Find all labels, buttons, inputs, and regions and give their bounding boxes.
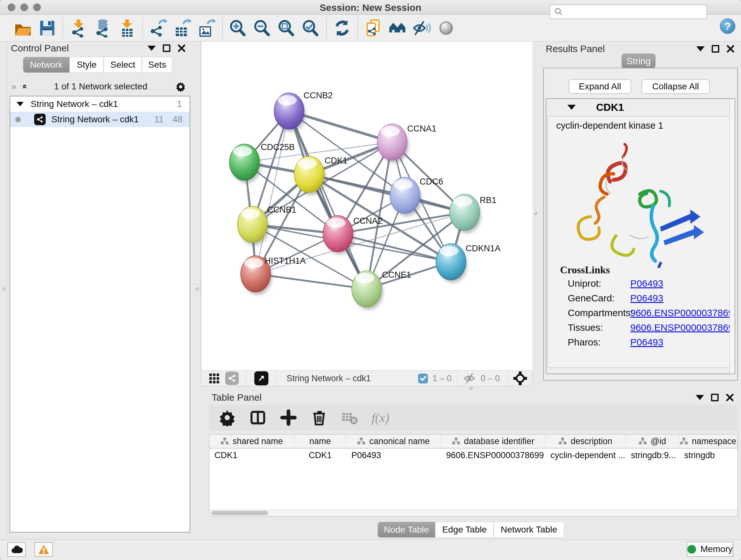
crosslink-link[interactable]: 9606.ENSP00000378699 [630, 322, 733, 333]
panel-menu-icon[interactable] [696, 395, 704, 400]
tab-string[interactable]: String [622, 54, 656, 68]
network-state-dot-icon [15, 117, 21, 122]
network-node[interactable]: CDK1 [294, 156, 347, 195]
zoom-selected-icon[interactable] [299, 17, 323, 39]
import-table-icon[interactable] [115, 17, 139, 39]
tab-style[interactable]: Style [70, 57, 104, 73]
function-builder-icon[interactable]: f(x) [370, 407, 391, 428]
collection-caret-icon[interactable] [17, 102, 23, 106]
control-splitter-handle[interactable] [194, 285, 200, 292]
show-all-icon[interactable] [434, 17, 458, 39]
tab-network-table[interactable]: Network Table [494, 522, 564, 538]
zoom-out-icon[interactable] [250, 17, 274, 39]
selected-nodes-checkbox-icon[interactable] [418, 374, 428, 383]
export-table-icon[interactable] [171, 17, 195, 39]
float-panel-icon[interactable] [163, 44, 171, 52]
save-session-icon[interactable] [35, 17, 59, 39]
export-network-icon[interactable] [146, 17, 171, 39]
tab-edge-table[interactable]: Edge Table [435, 522, 494, 538]
left-splitter-handle[interactable] [0, 285, 7, 292]
results-splitter-handle[interactable] [532, 210, 538, 216]
crosslink-link[interactable]: P06493 [630, 337, 663, 348]
network-node[interactable]: HIST1H1A [241, 256, 306, 295]
crosslink-link[interactable]: P06493 [630, 278, 663, 289]
table-hscrollbar[interactable] [209, 509, 738, 516]
birds-eye-grid-icon[interactable] [208, 372, 220, 384]
zoom-fit-icon[interactable] [274, 17, 299, 39]
network-row-selected[interactable]: String Network – cdk1 11 48 [10, 112, 190, 127]
crosslink-link[interactable]: P06493 [630, 293, 663, 304]
column-header--id[interactable]: @id [626, 435, 679, 448]
network-node[interactable]: CDC6 [390, 177, 443, 216]
status-bar: Memory [0, 540, 741, 560]
network-edge[interactable] [256, 274, 367, 289]
network-view-canvas[interactable]: CCNB2CCNA1CDC25BCDK1CDC6RB1CCNB1CCNA2CDK… [201, 42, 532, 370]
search-box[interactable] [549, 4, 707, 19]
table-options-gear-icon[interactable] [217, 407, 238, 428]
network-node[interactable]: CCNB1 [238, 205, 296, 246]
column-header-shared-name[interactable]: shared name [209, 435, 294, 448]
import-network-database-icon[interactable] [91, 17, 115, 39]
control-panel: Control Panel NetworkStyleSelectSets » »… [7, 42, 194, 539]
delete-column-icon[interactable] [309, 407, 330, 428]
float-panel-icon[interactable] [711, 394, 719, 401]
tab-node-table[interactable]: Node Table [378, 522, 435, 538]
close-panel-icon[interactable] [178, 44, 186, 52]
column-header-namespace[interactable]: namespace [679, 435, 737, 448]
open-session-icon[interactable] [11, 17, 35, 39]
expand-all-networks-icon[interactable]: » [21, 84, 27, 89]
network-node[interactable]: CDKN1A [436, 244, 501, 283]
close-panel-icon[interactable] [726, 393, 734, 401]
network-collection-row[interactable]: String Network – cdk1 1 [10, 97, 190, 112]
tab-select[interactable]: Select [104, 57, 142, 73]
results-scrollbar[interactable] [730, 99, 735, 374]
fit-selected-crosshair-icon[interactable] [513, 371, 528, 386]
network-options-gear-icon[interactable] [175, 81, 186, 92]
section-caret-icon[interactable] [567, 105, 576, 110]
network-node[interactable]: CCNE1 [352, 270, 411, 310]
import-network-icon[interactable] [66, 17, 91, 39]
open-in-new-window-icon[interactable] [254, 371, 268, 385]
crosslink-row: GeneCard:P06493 [568, 293, 615, 304]
network-node[interactable]: CCNB2 [274, 91, 333, 132]
network-view-icon[interactable] [225, 372, 239, 385]
collapse-all-button[interactable]: Collapse All [642, 79, 710, 94]
collapse-all-networks-icon[interactable]: » [11, 83, 16, 90]
crosslink-row: Compartments:9606.ENSP00000378699 [568, 307, 633, 318]
crosslink-link[interactable]: 9606.ENSP00000378699 [630, 307, 733, 318]
network-node[interactable]: RB1 [450, 194, 496, 233]
add-column-icon[interactable] [278, 407, 299, 428]
expand-all-button[interactable]: Expand All [569, 79, 631, 94]
search-input[interactable] [563, 7, 706, 17]
gene-section-header[interactable]: CDK1 [546, 99, 735, 116]
clone-network-icon[interactable] [361, 17, 386, 39]
refresh-layout-icon[interactable] [330, 17, 354, 39]
cloud-status-button[interactable] [7, 542, 26, 557]
memory-label: Memory [700, 544, 733, 554]
show-columns-icon[interactable] [247, 407, 268, 428]
hide-selected-icon[interactable] [410, 17, 434, 39]
column-header-name[interactable]: name [294, 435, 346, 448]
zoom-in-icon[interactable] [226, 17, 250, 39]
export-image-icon[interactable] [195, 17, 219, 39]
table-row[interactable]: CDK1CDK1P064939606.ENSP00000378699cyclin… [209, 449, 738, 462]
panel-menu-icon[interactable] [147, 46, 156, 51]
close-panel-icon[interactable] [726, 45, 735, 53]
tab-network[interactable]: Network [23, 57, 70, 73]
help-button[interactable]: ? [720, 18, 735, 34]
column-header-database-identifier[interactable]: database identifier [441, 435, 545, 448]
warnings-button[interactable] [35, 542, 53, 557]
column-header-description[interactable]: description [545, 435, 626, 448]
column-header-canonical-name[interactable]: canonical name [346, 435, 441, 448]
network-graph[interactable]: CCNB2CCNA1CDC25BCDK1CDC6RB1CCNB1CCNA2CDK… [201, 42, 532, 370]
delete-table-icon[interactable] [339, 407, 360, 428]
first-neighbors-icon[interactable] [386, 17, 410, 39]
memory-button[interactable]: Memory [687, 542, 733, 557]
float-panel-icon[interactable] [712, 45, 719, 53]
tab-sets[interactable]: Sets [142, 57, 172, 73]
network-node[interactable]: CDC25B [229, 142, 295, 183]
panel-menu-icon[interactable] [696, 46, 704, 51]
hscroll-thumb[interactable] [211, 511, 268, 515]
network-selected-status: 1 of 1 Network selected [26, 81, 175, 91]
crosslink-row: Pharos:P06493 [568, 337, 601, 348]
